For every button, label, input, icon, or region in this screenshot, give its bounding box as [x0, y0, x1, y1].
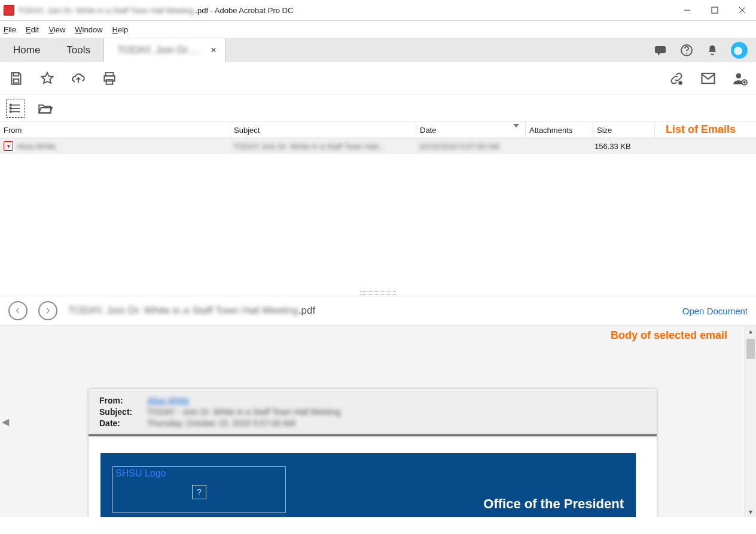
details-view-icon[interactable] — [6, 99, 25, 118]
value-date: Thursday, October 15, 2020 5:57:00 AM — [147, 418, 295, 429]
vertical-scrollbar[interactable]: ▲ ▼ — [745, 326, 756, 517]
email-list-header: From Subject Date Attachments Size — [0, 122, 756, 138]
maximize-button[interactable] — [701, 0, 728, 20]
tab-document[interactable]: TODAY, Join Dr. W… × — [103, 38, 225, 62]
logo-text: SHSU Logo — [115, 468, 166, 479]
svg-point-15 — [678, 81, 682, 85]
svg-point-26 — [10, 111, 11, 113]
window-titlebar: TODAY, Join Dr. White in a Staff Town Ha… — [0, 0, 756, 21]
tab-strip: Home Tools TODAY, Join Dr. W… × — [0, 38, 756, 62]
row-subject-value: TODAY Join Dr. White in a Staff Town Hal… — [230, 142, 415, 151]
nav-forward-icon[interactable] — [38, 301, 57, 320]
nav-filename-ext: .pdf — [298, 305, 315, 317]
open-document-link[interactable]: Open Document — [682, 306, 748, 316]
svg-point-17 — [736, 73, 742, 78]
email-list-region: List of Emails From Subject Date Attachm… — [0, 122, 756, 290]
svg-rect-14 — [106, 80, 113, 84]
tab-home[interactable]: Home — [0, 38, 53, 62]
close-button[interactable] — [728, 0, 756, 20]
row-from-value: Alisa White — [17, 142, 56, 151]
svg-rect-1 — [712, 7, 718, 13]
notifications-icon[interactable] — [706, 44, 719, 57]
tab-document-title: TODAY, Join Dr. W… — [117, 44, 201, 56]
label-subject: Subject: — [99, 406, 147, 418]
col-date[interactable]: Date — [416, 122, 526, 138]
email-banner: SHSU Logo ? Office of the President — [100, 453, 636, 517]
col-size[interactable]: Size — [593, 122, 655, 138]
menu-help[interactable]: Help — [112, 25, 129, 34]
svg-point-6 — [660, 49, 662, 51]
menu-window[interactable]: Window — [75, 25, 102, 34]
email-page: From:Alisa White Subject:TODAY - Join Dr… — [89, 389, 657, 517]
menu-file[interactable]: File — [4, 25, 16, 34]
tab-tools[interactable]: Tools — [53, 38, 103, 62]
portfolio-toolbar — [0, 95, 756, 122]
scroll-down-icon[interactable]: ▼ — [745, 506, 756, 517]
svg-point-9 — [686, 53, 687, 54]
label-from: From: — [99, 395, 147, 406]
row-date-value: 10/15/2020 5:57:00 AM — [415, 142, 524, 151]
email-list-row[interactable]: ▾ Alisa White TODAY Join Dr. White in a … — [0, 138, 756, 154]
scroll-up-icon[interactable]: ▲ — [745, 326, 756, 336]
svg-rect-10 — [14, 72, 19, 75]
menu-view[interactable]: View — [48, 25, 65, 34]
nav-back-icon[interactable] — [8, 301, 28, 320]
row-size-value: 156.33 KB — [591, 142, 652, 151]
window-title-filename: TODAY, Join Dr. White in a Staff Town Ha… — [18, 6, 194, 15]
menu-edit[interactable]: Edit — [26, 25, 39, 34]
star-icon[interactable] — [39, 71, 55, 86]
pane-splitter[interactable] — [0, 290, 756, 296]
svg-point-7 — [662, 49, 664, 51]
col-subject[interactable]: Subject — [230, 122, 416, 138]
app-icon — [4, 5, 14, 16]
add-person-icon[interactable] — [732, 71, 748, 86]
comments-icon[interactable] — [653, 43, 667, 57]
svg-point-25 — [10, 108, 11, 110]
svg-rect-11 — [14, 79, 19, 83]
account-avatar[interactable] — [731, 42, 748, 59]
email-body-viewer: Body of selected email ◀ From:Alisa Whit… — [0, 326, 756, 517]
open-folder-icon[interactable] — [37, 101, 53, 116]
cloud-upload-icon[interactable] — [71, 71, 86, 86]
scroll-thumb[interactable] — [746, 339, 755, 359]
logo-placeholder: SHSU Logo ? — [112, 466, 286, 513]
col-from[interactable]: From — [0, 122, 230, 138]
missing-image-icon: ? — [192, 485, 206, 499]
value-from: Alisa White — [147, 395, 189, 406]
email-icon[interactable] — [700, 70, 717, 87]
save-icon[interactable] — [8, 71, 24, 86]
tab-close-icon[interactable]: × — [207, 44, 220, 56]
svg-point-5 — [657, 49, 659, 51]
expand-left-icon[interactable]: ◀ — [0, 326, 11, 517]
value-subject: TODAY - Join Dr. White in a Staff Town H… — [147, 406, 340, 418]
window-title-suffix: .pdf - Adobe Acrobat Pro DC — [195, 6, 293, 15]
pdf-icon: ▾ — [4, 141, 13, 151]
svg-point-24 — [10, 104, 11, 106]
document-nav-row: TODAY, Join Dr. White in a Staff Town Ha… — [0, 296, 756, 326]
annotation-list: List of Emails — [666, 123, 736, 136]
nav-filename: TODAY, Join Dr. White in a Staff Town Ha… — [68, 305, 298, 317]
menubar: File Edit View Window Help — [0, 21, 756, 38]
print-icon[interactable] — [102, 71, 117, 86]
col-attachments[interactable]: Attachments — [526, 122, 593, 138]
banner-heading: Office of the President — [483, 496, 624, 512]
email-header-block: From:Alisa White Subject:TODAY - Join Dr… — [89, 389, 657, 436]
help-icon[interactable] — [679, 43, 694, 57]
label-date: Date: — [99, 418, 147, 429]
link-share-icon[interactable] — [669, 71, 684, 86]
minimize-button[interactable] — [673, 0, 701, 20]
main-toolbar — [0, 62, 756, 95]
